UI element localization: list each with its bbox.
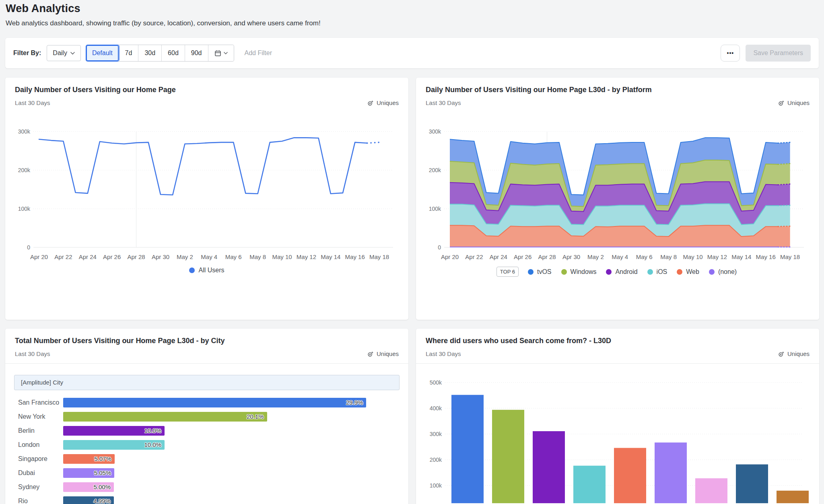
x-tick-label: Apr 22	[54, 253, 72, 260]
card3-header: Total Number of Users Visiting our Home …	[5, 329, 408, 357]
line-chart-daily-users[interactable]: 0100k200k300kApr 20Apr 22Apr 24Apr 26Apr…	[14, 124, 400, 267]
legend-dot	[677, 269, 682, 275]
segment-60d[interactable]: 60d	[162, 45, 185, 61]
y-tick-label: 400k	[430, 405, 442, 411]
city-row-singapore: Singapore5.07%	[5, 452, 408, 466]
city-row-dubai: Dubai5.05%	[5, 466, 408, 480]
filter-by-label: Filter By:	[13, 49, 41, 57]
more-options-button[interactable]: •••	[721, 45, 740, 62]
bar-3[interactable]	[533, 431, 565, 503]
legend-item-tvos[interactable]: tvOS	[526, 268, 554, 276]
bar-6[interactable]	[655, 442, 687, 503]
city-bar[interactable]: 10.0%	[63, 426, 165, 436]
card3-title[interactable]: Total Number of Users Visiting our Home …	[15, 336, 399, 345]
x-tick-label: May 16	[345, 253, 365, 260]
uniques-icon	[367, 100, 374, 106]
card2-header: Daily Number of Users Visiting our Home …	[416, 78, 819, 106]
card3-metric: Uniques	[367, 350, 399, 357]
legend-label: Windows	[571, 268, 597, 276]
y-tick-label: 200k	[429, 167, 441, 173]
add-filter-button[interactable]: Add Filter	[245, 49, 272, 57]
page-header: Web Analytics Web analytics dashboard, s…	[6, 2, 321, 27]
city-bar[interactable]: 20.1%	[63, 412, 267, 422]
card4-title[interactable]: Where did users who used Search come fro…	[426, 336, 810, 345]
city-bar[interactable]: 10.0%	[63, 440, 165, 450]
filter-bar: Filter By: Daily Default7d30d60d90d Add …	[5, 38, 819, 68]
legend-label: (none)	[718, 268, 737, 276]
y-tick-label: 100k	[18, 206, 31, 212]
city-bar-value: 10.0%	[144, 440, 161, 450]
card4-range-label: Last 30 Days	[426, 350, 461, 357]
bar-9[interactable]	[777, 491, 809, 503]
legend-item-all-users[interactable]: All Users	[187, 267, 226, 274]
x-tick-label: Apr 30	[152, 253, 169, 260]
series-line-all-users[interactable]	[39, 138, 367, 195]
city-label: Dubai	[18, 469, 63, 477]
city-bar-value: 4.99%	[93, 496, 111, 504]
legend-label: tvOS	[537, 268, 552, 276]
x-tick-label: May 18	[369, 253, 389, 260]
legend-item-windows[interactable]: Windows	[559, 268, 599, 276]
x-tick-label: May 16	[756, 253, 776, 260]
y-tick-label: 300k	[18, 128, 31, 135]
city-column-header[interactable]: [Amplitude] City	[14, 375, 400, 390]
stacked-area-svg: 0100k200k300kApr 20Apr 22Apr 24Apr 26Apr…	[425, 124, 811, 266]
x-tick-label: May 2	[177, 253, 193, 260]
card2-title[interactable]: Daily Number of Users Visiting our Home …	[426, 85, 810, 94]
card2-metric-label: Uniques	[787, 99, 810, 106]
city-bar-value: 29.9%	[346, 398, 363, 407]
x-tick-label: May 4	[201, 253, 217, 260]
segment-default[interactable]: Default	[86, 45, 119, 61]
city-bar[interactable]: 29.9%	[63, 398, 366, 407]
city-row-new-york: New York20.1%	[5, 409, 408, 424]
bar-5[interactable]	[614, 448, 646, 503]
bar-4[interactable]	[573, 466, 606, 503]
card1-title[interactable]: Daily Number of Users Visiting our Home …	[15, 85, 399, 94]
series-line-projection-dots	[367, 142, 379, 143]
legend-item-android[interactable]: Android	[604, 268, 639, 276]
card1-header: Daily Number of Users Visiting our Home …	[5, 78, 408, 106]
legend-top6-badge[interactable]: TOP 6	[496, 267, 519, 277]
uniques-icon	[778, 351, 785, 357]
segment-custom-date-picker[interactable]	[208, 45, 234, 61]
legend-item-web[interactable]: Web	[675, 268, 701, 276]
card3-range-label: Last 30 Days	[15, 350, 50, 357]
city-bar[interactable]: 4.99%	[63, 496, 114, 504]
city-bar[interactable]: 5.07%	[63, 454, 115, 464]
city-bar[interactable]: 5.05%	[63, 468, 114, 478]
legend-item-none[interactable]: (none)	[707, 268, 739, 276]
x-tick-label: Apr 28	[127, 253, 145, 260]
city-bar[interactable]: 5.00%	[63, 482, 114, 492]
city-bar-value: 5.05%	[94, 468, 111, 478]
city-label: San Francisco	[18, 399, 63, 406]
card4-header: Where did users who used Search come fro…	[416, 329, 819, 357]
card-users-by-city: Total Number of Users Visiting our Home …	[5, 329, 408, 504]
city-bar-value: 20.1%	[247, 412, 264, 422]
stacked-area-chart-by-platform[interactable]: 0100k200k300kApr 20Apr 22Apr 24Apr 26Apr…	[425, 124, 811, 267]
city-row-london: London10.0%	[5, 438, 408, 452]
bar-2[interactable]	[492, 410, 524, 503]
x-tick-label: May 4	[612, 253, 628, 260]
interval-dropdown[interactable]: Daily	[47, 45, 81, 61]
segment-7d[interactable]: 7d	[119, 45, 139, 61]
bar-1[interactable]	[451, 395, 484, 503]
save-parameters-button[interactable]: Save Parameters	[746, 45, 811, 62]
card2-legend: TOP 6tvOSWindowsAndroidiOSWeb(none)	[416, 267, 819, 277]
bar-7[interactable]	[695, 478, 727, 503]
segment-90d[interactable]: 90d	[185, 45, 208, 61]
y-tick-label: 100k	[429, 206, 441, 212]
x-tick-label: Apr 30	[562, 253, 580, 260]
city-row-sydney: Sydney5.00%	[5, 480, 408, 494]
bar-8[interactable]	[736, 465, 768, 503]
card2-metric: Uniques	[778, 99, 810, 106]
line-chart-svg: 0100k200k300kApr 20Apr 22Apr 24Apr 26Apr…	[14, 124, 400, 266]
x-tick-label: Apr 26	[514, 253, 531, 260]
segment-30d[interactable]: 30d	[138, 45, 162, 61]
legend-dot	[647, 269, 653, 275]
card1-metric-label: Uniques	[377, 99, 399, 106]
vertical-bar-chart-search-sources[interactable]: 100k200k300k400k500k	[425, 375, 810, 504]
card-daily-users-by-platform: Daily Number of Users Visiting our Home …	[416, 78, 819, 320]
city-bar-value: 10.0%	[144, 426, 161, 436]
legend-item-ios[interactable]: iOS	[645, 268, 670, 276]
y-tick-label: 0	[438, 244, 441, 251]
